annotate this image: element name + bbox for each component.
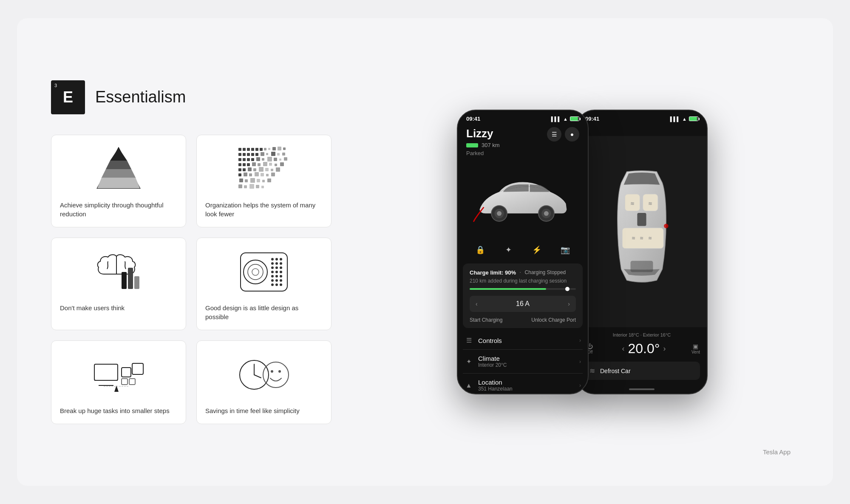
svg-rect-44 (258, 163, 261, 166)
car-image (472, 172, 574, 227)
clock-smiley-icon (205, 349, 323, 400)
main-container: 3 E Essentialism (17, 18, 833, 486)
svg-rect-42 (247, 163, 250, 166)
svg-rect-30 (238, 158, 241, 161)
amps-value: 16 A (516, 300, 530, 308)
lock-icon[interactable]: 🔒 (472, 241, 489, 258)
back-button[interactable]: ‹ (577, 124, 707, 136)
svg-rect-59 (249, 173, 252, 176)
car-name: Lizzy (466, 127, 500, 140)
svg-rect-39 (284, 157, 287, 161)
svg-rect-63 (271, 173, 275, 176)
svg-rect-58 (244, 173, 247, 176)
tesla-app-label: Tesla App (763, 448, 790, 456)
camera-icon[interactable]: 📷 (557, 241, 574, 258)
svg-rect-76 (122, 272, 127, 289)
car-top-svg: ≋ ≋ ≋ ≋ ≋ (604, 168, 680, 295)
card-2-label: Organization helps the system of many lo… (205, 201, 323, 218)
brain-bars-icon (60, 246, 177, 297)
svg-rect-70 (238, 184, 242, 188)
start-charging-button[interactable]: Start Charging (470, 317, 502, 323)
svg-point-84 (275, 258, 278, 260)
svg-rect-47 (275, 164, 277, 166)
pyramid-icon (60, 144, 177, 195)
charge-added: 210 km added during last charging sessio… (470, 278, 576, 284)
amps-row: ‹ 16 A › (470, 296, 576, 312)
svg-rect-24 (255, 153, 258, 156)
right-panel: 09:41 ▌▌▌ ▲ Lizzy (366, 44, 799, 460)
location-icon: ▲ (465, 382, 473, 389)
svg-rect-78 (134, 276, 139, 289)
svg-rect-133 (637, 213, 646, 226)
cards-grid: Achieve simplicity through thoughtful re… (51, 135, 332, 424)
card-organization: Organization helps the system of many lo… (196, 135, 332, 227)
chevron-right-icon[interactable]: › (568, 300, 570, 307)
logo-number: 3 (54, 83, 57, 88)
svg-rect-34 (256, 157, 260, 161)
svg-rect-69 (267, 178, 271, 182)
menu-item-location[interactable]: ▲ Location 351 Hanzelaan › (463, 374, 583, 394)
svg-point-135 (664, 224, 669, 228)
battery-icon-1 (570, 116, 579, 121)
vent-icon[interactable]: ▣ (691, 343, 700, 350)
control-icons-row: 🔒 ✦ ⚡ 📷 (458, 238, 588, 263)
menu-item-climate[interactable]: ✦ Climate Interior 20°C › (463, 350, 583, 374)
unlock-charge-port-button[interactable]: Unlock Charge Port (531, 317, 576, 323)
grid-dots-icon (205, 144, 323, 195)
svg-rect-36 (267, 157, 272, 161)
climate-label: Climate (478, 355, 507, 362)
bolt-icon[interactable]: ⚡ (528, 241, 545, 258)
svg-rect-110 (129, 379, 135, 385)
svg-rect-62 (266, 174, 269, 176)
svg-text:≋: ≋ (648, 201, 652, 207)
settings-icon[interactable]: ☰ (547, 127, 561, 142)
defrost-row[interactable]: ≋ Defrost Car (584, 362, 700, 380)
phone-2-screen: 09:41 ▌▌▌ ▲ ‹ (577, 110, 707, 394)
controls-icon: ☰ (465, 337, 473, 344)
svg-rect-52 (253, 168, 256, 171)
svg-rect-49 (238, 168, 241, 171)
battery-fill-2 (689, 117, 697, 121)
climate-icon: ✦ (465, 358, 473, 365)
svg-rect-13 (255, 148, 258, 151)
svg-point-91 (280, 266, 282, 269)
svg-rect-64 (239, 178, 243, 182)
fan-icon[interactable]: ✦ (500, 241, 517, 258)
signal-icon-2: ▌▌▌ (670, 116, 680, 122)
card-3-label: Don't make users think (60, 303, 177, 312)
phone-2: 09:41 ▌▌▌ ▲ ‹ (576, 110, 708, 394)
controls-label: Controls (478, 337, 502, 344)
defrost-label: Defrost Car (600, 368, 631, 374)
svg-text:≋: ≋ (630, 201, 635, 207)
car-status: Parked (466, 150, 500, 156)
svg-point-88 (280, 262, 282, 265)
battery-icon-2 (689, 116, 698, 121)
profile-icon[interactable]: ● (565, 127, 579, 142)
phones-wrapper: 09:41 ▌▌▌ ▲ Lizzy (457, 110, 708, 394)
left-panel: 3 E Essentialism (51, 80, 332, 424)
temp-plus[interactable]: › (663, 344, 666, 353)
charge-buttons: Start Charging Unlock Charge Port (470, 317, 576, 323)
svg-point-94 (280, 271, 282, 273)
svg-rect-19 (283, 147, 286, 150)
chevron-left-icon[interactable]: ‹ (476, 300, 478, 307)
svg-rect-38 (279, 159, 281, 161)
charge-bar-fill (470, 288, 546, 290)
svg-point-90 (275, 266, 278, 269)
status-icons-1: ▌▌▌ ▲ (551, 116, 579, 122)
svg-rect-104 (94, 364, 118, 380)
svg-rect-33 (251, 158, 254, 161)
temp-control: ‹ 20.0° › (622, 341, 666, 357)
svg-rect-12 (251, 148, 254, 151)
svg-rect-28 (277, 153, 280, 156)
car-sub: 307 km (466, 142, 500, 148)
card-6-label: Savings in time feel like simplicity (205, 406, 323, 415)
logo-box: 3 E (51, 80, 85, 114)
svg-rect-107 (122, 368, 131, 377)
svg-point-118 (278, 370, 281, 373)
svg-rect-108 (132, 363, 143, 374)
svg-point-99 (275, 279, 278, 282)
menu-item-controls[interactable]: ☰ Controls › (463, 331, 583, 350)
temp-minus[interactable]: ‹ (622, 344, 624, 353)
car-km: 307 km (482, 142, 500, 148)
